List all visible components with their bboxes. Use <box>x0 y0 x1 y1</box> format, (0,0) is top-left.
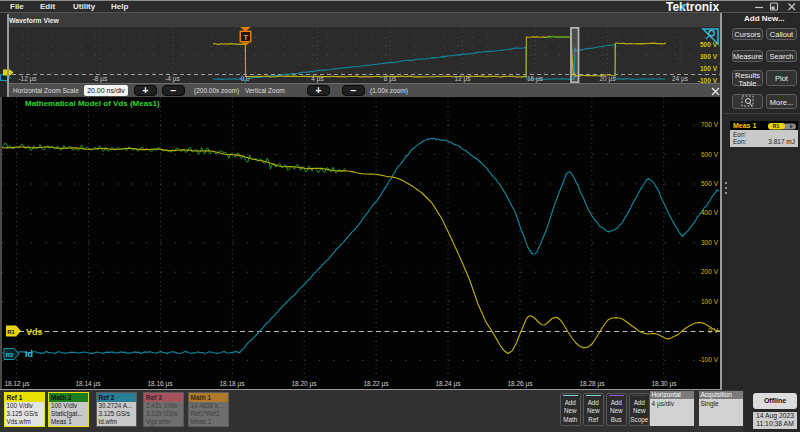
svg-text:R2: R2 <box>6 352 14 358</box>
svg-text:Vds: Vds <box>26 327 43 337</box>
svg-text:Id: Id <box>25 349 33 359</box>
svg-text:R1: R1 <box>773 123 780 129</box>
svg-text:R1: R1 <box>7 329 15 335</box>
svg-text:T: T <box>243 33 248 42</box>
